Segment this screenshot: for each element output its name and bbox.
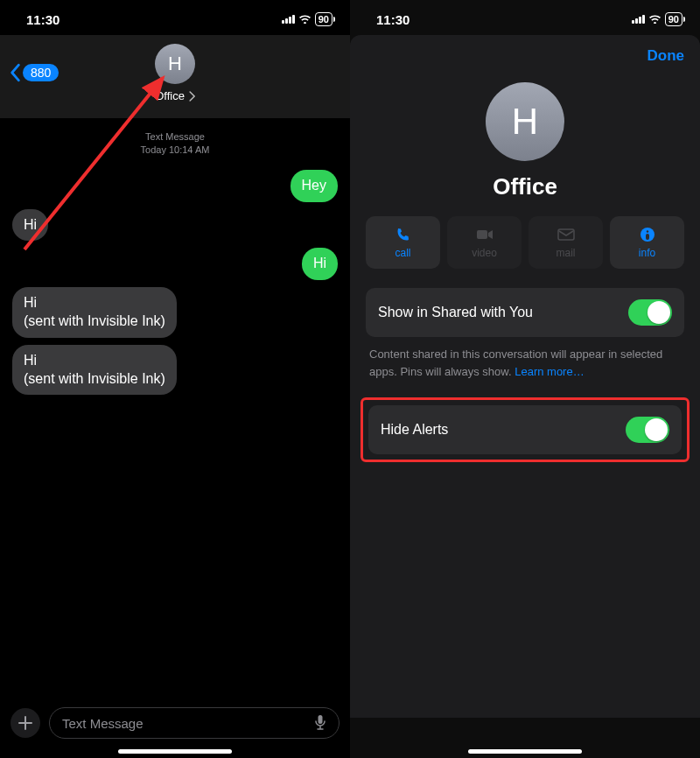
action-info[interactable]: info	[610, 216, 684, 269]
message-placeholder: Text Message	[62, 716, 144, 731]
status-bar: 11:30 90	[0, 0, 350, 35]
message-outgoing[interactable]: Hey	[290, 170, 338, 202]
hide-alerts-label: Hide Alerts	[381, 422, 448, 438]
video-icon	[476, 226, 494, 243]
done-button[interactable]: Done	[648, 47, 685, 65]
learn-more-link[interactable]: Learn more…	[514, 365, 584, 378]
chat-meta: Text Message Today 10:14 AM	[12, 130, 338, 158]
message-row: Hi	[12, 244, 338, 284]
contact-actions: call video mail info	[366, 216, 684, 269]
contact-avatar[interactable]: H	[155, 44, 195, 84]
message-incoming[interactable]: Hi (sent with Invisible Ink)	[12, 345, 177, 396]
action-mail-label: mail	[556, 247, 575, 259]
unread-badge: 880	[23, 64, 59, 81]
mic-icon[interactable]	[314, 714, 326, 733]
message-row: Hi (sent with Invisible Ink)	[12, 341, 338, 399]
status-time: 11:30	[376, 12, 410, 27]
message-row: Hi	[12, 206, 338, 245]
back-button[interactable]: 880	[9, 63, 59, 82]
mail-icon	[557, 226, 575, 243]
annotation-highlight-hide-alerts: Hide Alerts	[360, 397, 690, 462]
plus-icon	[18, 715, 33, 731]
hide-alerts-toggle[interactable]	[626, 417, 669, 443]
message-row: Hey	[12, 166, 338, 206]
home-indicator[interactable]	[118, 749, 232, 754]
shared-with-you-toggle[interactable]	[628, 299, 672, 326]
cellular-icon	[632, 15, 645, 24]
status-right: 90	[282, 12, 332, 26]
contact-details-sheet: Done H Office call video mail info Show …	[350, 35, 700, 718]
hide-alerts-row[interactable]: Hide Alerts	[368, 405, 682, 454]
action-call[interactable]: call	[366, 216, 440, 269]
phone-left-messages: 11:30 90 880 H Office Text Message Today…	[0, 0, 350, 758]
chat-header: 880 H Office	[0, 35, 350, 118]
action-mail: mail	[528, 216, 603, 269]
action-info-label: info	[639, 247, 655, 259]
shared-with-you-label: Show in Shared with You	[378, 305, 533, 320]
wifi-icon	[648, 14, 662, 25]
phone-right-contact-sheet: 11:30 90 Done H Office call video mail	[350, 0, 700, 758]
svg-rect-2	[477, 230, 487, 239]
contact-name-row[interactable]: Office	[155, 89, 195, 102]
action-call-label: call	[395, 247, 410, 259]
shared-with-you-explain: Content shared in this conversation will…	[366, 337, 684, 397]
contact-name: Office	[155, 89, 185, 102]
chevron-right-icon	[188, 91, 195, 102]
svg-point-5	[646, 230, 648, 232]
svg-rect-6	[646, 234, 649, 240]
message-incoming[interactable]: Hi	[12, 209, 48, 242]
status-right: 90	[632, 12, 682, 26]
battery-icon: 90	[315, 12, 332, 26]
chevron-left-icon	[9, 63, 21, 82]
phone-icon	[396, 226, 411, 243]
plus-button[interactable]	[10, 708, 40, 738]
message-input[interactable]: Text Message	[49, 707, 340, 739]
info-icon	[640, 226, 655, 243]
contact-name-large: Office	[366, 173, 684, 200]
chat-body: Text Message Today 10:14 AM HeyHiHiHi (s…	[0, 118, 350, 687]
message-input-bar: Text Message	[0, 707, 350, 739]
wifi-icon	[298, 14, 312, 25]
action-video-label: video	[472, 247, 497, 259]
message-outgoing[interactable]: Hi	[302, 248, 338, 280]
svg-rect-3	[558, 229, 574, 240]
cellular-icon	[282, 15, 295, 24]
contact-avatar-large[interactable]: H	[486, 82, 564, 161]
home-indicator[interactable]	[468, 749, 582, 754]
status-bar: 11:30 90	[350, 0, 700, 35]
shared-with-you-row[interactable]: Show in Shared with You	[366, 288, 684, 337]
action-video: video	[447, 216, 522, 269]
svg-rect-0	[318, 715, 323, 724]
battery-icon: 90	[665, 12, 682, 26]
message-incoming[interactable]: Hi (sent with Invisible Ink)	[12, 287, 177, 338]
message-row: Hi (sent with Invisible Ink)	[12, 284, 338, 341]
status-time: 11:30	[26, 12, 60, 27]
